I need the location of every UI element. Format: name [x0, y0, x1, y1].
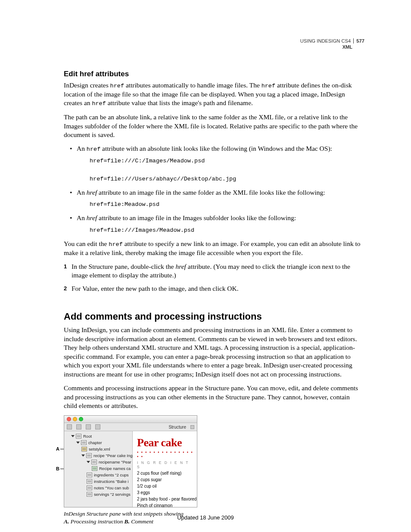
- preview-pane: Pear cake • • • • • • • • • • • • • • • …: [133, 431, 197, 507]
- figure-titlebar: [64, 416, 197, 423]
- pi-icon: [81, 447, 87, 451]
- para: InDesign creates href attributes automat…: [64, 81, 364, 108]
- close-icon: [67, 417, 71, 421]
- section-name: XML: [300, 44, 364, 50]
- product-name: USING INDESIGN CS4: [300, 38, 351, 44]
- code-block: href=file:///C:/Images/Meadow.psd href=f…: [90, 157, 364, 184]
- code-href: href: [109, 241, 122, 248]
- toolbar-icon: [95, 424, 100, 429]
- code-href: href: [110, 83, 124, 89]
- bullet-item: An href attribute to an image file in th…: [64, 214, 364, 235]
- toolbar-icon: [86, 424, 91, 429]
- toolbar-label: Structure: [168, 425, 186, 429]
- heading-comments-pi: Add comments and processing instructions: [64, 311, 364, 322]
- preview-title: Pear cake: [137, 436, 194, 449]
- code-href: href: [92, 100, 106, 107]
- figure: A B: [64, 415, 364, 525]
- toolbar-icon: [67, 424, 72, 429]
- ingredients-heading: I N G R E D I E N T S: [137, 460, 194, 469]
- para: Using InDesign, you can include comments…: [64, 326, 364, 379]
- code-block: href=file:Meadow.psd: [90, 200, 364, 209]
- heading-edit-href: Edit href attributes: [64, 70, 364, 78]
- code-href: href: [262, 83, 275, 89]
- structure-pane: Root chapter setstyle.xml recipe "Pear c…: [64, 431, 133, 507]
- zoom-icon: [79, 417, 83, 421]
- para: Comments and processing instructions app…: [64, 384, 364, 410]
- para: You can edit the href attribute to speci…: [64, 240, 364, 257]
- minimize-icon: [73, 417, 77, 421]
- steps-list: In the Structure pane, double-click the …: [64, 262, 364, 293]
- running-header: USING INDESIGN CS4577 XML: [300, 38, 364, 50]
- step-item: In the Structure pane, double-click the …: [64, 262, 364, 280]
- page: USING INDESIGN CS4577 XML Edit href attr…: [0, 0, 411, 532]
- comment-icon: [92, 466, 97, 471]
- divider-dots: • • • • • • • • • • • • • • • •: [137, 450, 194, 459]
- step-item: For Value, enter the new path to the ima…: [64, 284, 364, 293]
- bullet-list: An href attribute with an absolute link …: [64, 144, 364, 235]
- em-href: href: [87, 189, 97, 196]
- code-block: href=file:///Images/Meadow.psd: [90, 226, 364, 235]
- figure-window: Structure Root chapter setstyle.xml reci…: [64, 415, 197, 507]
- menu-icon: [190, 425, 194, 429]
- para: The path can be an absolute link, a rela…: [64, 113, 364, 139]
- page-number: 577: [353, 38, 364, 44]
- em-href: href: [87, 214, 97, 221]
- bullet-item: An href attribute with an absolute link …: [64, 144, 364, 184]
- code-href: href: [87, 146, 100, 152]
- figure-callouts: A B: [56, 415, 64, 507]
- bullet-item: An href attribute to an image file in th…: [64, 188, 364, 209]
- em-href: href: [175, 263, 186, 270]
- footer-updated: Updated 18 June 2009: [0, 514, 411, 521]
- toolbar-icon: [76, 424, 81, 429]
- figure-body: Root chapter setstyle.xml recipe "Pear c…: [64, 431, 197, 507]
- content: Edit href attributes InDesign creates hr…: [64, 70, 364, 526]
- figure-toolbar: Structure: [64, 423, 197, 431]
